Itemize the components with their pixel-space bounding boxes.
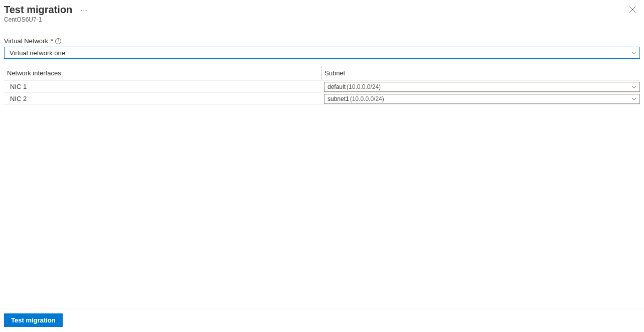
col-header-subnet: Subnet bbox=[321, 66, 640, 80]
vnet-dropdown[interactable]: Virtual network one bbox=[4, 47, 640, 59]
nic-name: NIC 1 bbox=[4, 83, 321, 90]
page-header: Test migration ··· CentOS6U7-1 bbox=[0, 0, 644, 24]
nic-name: NIC 2 bbox=[4, 95, 321, 102]
test-migration-button[interactable]: Test migration bbox=[4, 313, 63, 327]
required-indicator: * bbox=[51, 37, 53, 45]
th-nic: Network interfaces bbox=[7, 69, 61, 77]
chevron-down-icon bbox=[631, 84, 636, 89]
subnet-cell: default (10.0.0.0/24) bbox=[321, 82, 640, 92]
vnet-selected: Virtual network one bbox=[10, 49, 65, 57]
page-title: Test migration bbox=[4, 4, 72, 16]
subnet-cidr: (10.0.0.0/24) bbox=[347, 83, 381, 90]
footer: Test migration bbox=[0, 308, 644, 332]
subnet-cidr: (10.0.0.0/24) bbox=[350, 95, 384, 102]
title-row: Test migration ··· bbox=[4, 4, 88, 16]
more-icon[interactable]: ··· bbox=[80, 6, 88, 14]
vnet-label-row: Virtual Network * i bbox=[4, 37, 640, 45]
table-row: NIC 2 subnet1 (10.0.0.0/24) bbox=[4, 93, 640, 105]
subnet-name: subnet1 bbox=[328, 95, 349, 102]
col-header-nic: Network interfaces bbox=[4, 69, 321, 77]
chevron-down-icon bbox=[631, 96, 636, 101]
subnet-text: default (10.0.0.0/24) bbox=[328, 83, 381, 90]
subnet-dropdown[interactable]: subnet1 (10.0.0.0/24) bbox=[324, 94, 640, 104]
subnet-name: default bbox=[328, 83, 346, 90]
header-left: Test migration ··· CentOS6U7-1 bbox=[4, 4, 88, 23]
subnet-cell: subnet1 (10.0.0.0/24) bbox=[321, 94, 640, 104]
subnet-text: subnet1 (10.0.0.0/24) bbox=[328, 95, 384, 102]
th-subnet: Subnet bbox=[325, 69, 345, 77]
table-header: Network interfaces Subnet bbox=[4, 66, 640, 81]
vnet-label: Virtual Network bbox=[4, 37, 48, 45]
nic-table: Network interfaces Subnet NIC 1 default … bbox=[4, 66, 640, 105]
info-icon[interactable]: i bbox=[55, 38, 61, 44]
close-icon[interactable] bbox=[625, 4, 640, 17]
content-area: Virtual Network * i Virtual network one … bbox=[0, 24, 644, 105]
table-row: NIC 1 default (10.0.0.0/24) bbox=[4, 81, 640, 93]
chevron-down-icon bbox=[631, 50, 636, 55]
subnet-dropdown[interactable]: default (10.0.0.0/24) bbox=[324, 82, 640, 92]
page-subtitle: CentOS6U7-1 bbox=[4, 16, 88, 23]
